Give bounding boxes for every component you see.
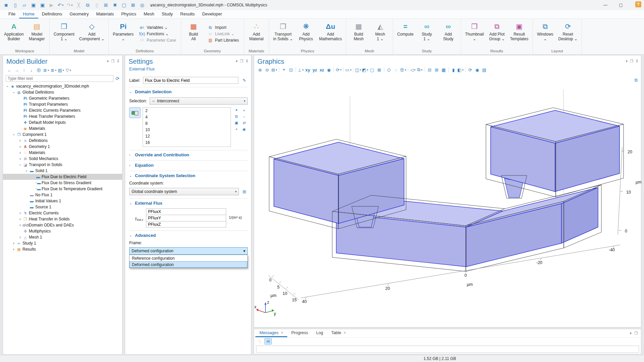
dock-tab[interactable]: Messages ×	[255, 329, 287, 337]
tree-item[interactable]: ▬ Initial Values 1	[3, 198, 122, 204]
find-icon[interactable]: ◎	[138, 1, 146, 9]
view-unhide-icon[interactable]: ⦿	[400, 66, 406, 73]
zoom-out-icon[interactable]: ⊖	[264, 66, 270, 73]
add-study-button[interactable]: ∞ Add Study	[438, 20, 459, 48]
tree-item[interactable]: ▬ Flux Due to Stress Gradient	[3, 180, 122, 186]
frame-option[interactable]: Deformed configuration	[130, 261, 247, 268]
tree-item[interactable]: ⊞ Solid Mechanics	[3, 156, 122, 162]
pin-panel-icon[interactable]: ⊼	[246, 59, 248, 63]
tree-item[interactable]: d/dt Domain ODEs and DAEs	[3, 222, 122, 228]
tree-item[interactable]: ❖ Default Model Inputs	[3, 119, 122, 125]
menu-tab[interactable]: File	[5, 10, 19, 18]
parameters-button[interactable]: Pi Parameters ⌄	[111, 20, 136, 48]
tree-expander-icon[interactable]	[11, 133, 16, 137]
tree-expander-icon[interactable]	[5, 85, 10, 88]
tree-expander-icon[interactable]	[18, 144, 22, 149]
move-up-icon[interactable]: ↑	[20, 67, 28, 73]
tree-expander-icon[interactable]	[18, 138, 22, 143]
remove-from-selection-icon[interactable]: −	[241, 114, 248, 119]
part-libraries-button[interactable]: ▥ Part Libraries	[206, 38, 240, 43]
tree-expander-icon[interactable]	[11, 247, 16, 252]
tree-item[interactable]: ✣ Multiphysics	[3, 228, 122, 234]
go-to-default-view-icon[interactable]: ⌖	[281, 66, 287, 73]
section-advanced[interactable]: ⌄ Advanced	[129, 230, 248, 238]
menu-tab[interactable]: Mesh	[140, 10, 158, 18]
section-coordinate-system[interactable]: ⌄ Coordinate System Selection	[129, 171, 248, 178]
menu-tab[interactable]: Materials	[92, 10, 117, 18]
dock-tab[interactable]: Log ×	[312, 329, 327, 337]
move-down-icon[interactable]: ↓	[28, 67, 35, 73]
add-physics-button[interactable]: ❋ Add Physics	[296, 20, 316, 48]
appearance-icon[interactable]: ▭	[345, 66, 352, 73]
menu-tab[interactable]: Home	[19, 10, 38, 18]
deactivate-selection-icon[interactable]: ◉	[241, 126, 248, 132]
show-icon[interactable]: ⦿	[35, 67, 42, 73]
label-input[interactable]	[143, 77, 238, 84]
close-tab-icon[interactable]: ×	[281, 330, 283, 335]
axis-orientation-icon[interactable]: ⊥	[297, 66, 304, 73]
messages-output[interactable]	[256, 346, 639, 353]
run-icon[interactable]: ▶	[47, 1, 56, 9]
domain-list-item[interactable]: 8	[143, 120, 231, 127]
add-component-button[interactable]: ◇ Add Component ⌄	[77, 20, 106, 48]
float-panel-icon[interactable]: ❐	[634, 331, 638, 335]
selection-wand-icon[interactable]: ✦	[233, 107, 240, 113]
tree-item[interactable]: Pi Transport Parameters	[3, 101, 122, 107]
scene-update-icon[interactable]: ⟳	[467, 66, 474, 73]
tree-item[interactable]: ◈ vacancy_electromigration_3Dmodel.mph	[3, 83, 122, 89]
section-equation[interactable]: › Equation	[129, 160, 248, 168]
tile-views-icon[interactable]: ▦	[440, 66, 447, 73]
frame-dropdown[interactable]: Deformed configuration ▾	[129, 247, 248, 255]
functions-button[interactable]: f(x) Functions ⌄	[138, 31, 177, 37]
image-effects-icon[interactable]: ◫	[355, 66, 361, 73]
delete-icon[interactable]: ✖	[111, 1, 119, 9]
tree-item[interactable]: ◍ Global Definitions	[3, 89, 122, 95]
pin-panel-icon[interactable]: ⊼	[117, 59, 119, 63]
tree-expander-icon[interactable]	[18, 150, 22, 155]
tree-item[interactable]: A Geometry 1	[3, 144, 122, 150]
clear-selection-icon[interactable]: ⊠	[129, 1, 137, 9]
tree-item[interactable]: ▬ Source 1	[3, 204, 122, 210]
tree-item[interactable]: Pi Heat Transfer Parameters	[3, 113, 122, 119]
tree-expander-icon[interactable]	[24, 169, 29, 173]
panel-menu-icon[interactable]: ▾	[630, 331, 632, 335]
tree-expander-icon[interactable]	[18, 163, 22, 167]
3d-scene[interactable]: 20 10 0 µm 40 20 0 -20 -40 µm 0 5 10 15 …	[254, 76, 641, 327]
float-panel-icon[interactable]: ❐	[240, 59, 243, 63]
snapshot-icon[interactable]: ◉	[474, 66, 481, 73]
panel-menu-icon[interactable]: ▾	[626, 59, 628, 63]
zoom-to-selection-icon[interactable]: ⌖	[233, 126, 240, 132]
section-domain-selection[interactable]: ⌄ Domain Selection	[129, 87, 248, 94]
sound-icon[interactable]: ◁	[409, 66, 416, 73]
model-tree-filter-icon[interactable]: ▽	[65, 67, 72, 73]
close-tab-icon[interactable]: ×	[344, 330, 346, 335]
minimize-button[interactable]: —	[598, 0, 613, 10]
view-xy-plane-icon[interactable]: xy	[304, 66, 311, 73]
livelink-button[interactable]: ⇄ LiveLink ⌄	[206, 31, 240, 37]
reset-desktop-button[interactable]: ⟳ Reset Desktop ⌄	[556, 20, 580, 48]
pin-panel-icon[interactable]: ⊼	[636, 59, 638, 63]
split-horizontal-icon[interactable]: ⊟	[426, 66, 433, 73]
tree-expander-icon[interactable]	[18, 235, 22, 240]
expand-tree-icon[interactable]: ≣	[43, 67, 50, 73]
section-external-flux[interactable]: ⌄ External Flux	[129, 198, 248, 206]
maximize-button[interactable]: ▢	[613, 0, 629, 10]
rotate-view-icon[interactable]: ⟳	[335, 66, 342, 73]
tree-item[interactable]: △ Mesh 1	[3, 234, 122, 240]
paste-icon[interactable]: ▯	[93, 1, 101, 9]
tree-item[interactable]: ◪ Transport in Solids	[3, 162, 122, 168]
tree-item[interactable]: ▬ No Flux 1	[3, 192, 122, 198]
menu-tab[interactable]: Developer	[198, 10, 226, 18]
tree-item[interactable]: ∷ Materials	[3, 150, 122, 156]
menu-tab[interactable]: Definitions	[38, 10, 66, 18]
open-messages-window-icon[interactable]: ✉	[264, 338, 272, 345]
section-override[interactable]: › Override and Contribution	[129, 150, 248, 157]
cut-icon[interactable]: ╳	[75, 1, 83, 9]
swap-selection-icon[interactable]: ⇄	[241, 120, 248, 126]
menu-tab[interactable]: Geometry	[66, 10, 92, 18]
build-mesh-button[interactable]: ▦ Build Mesh	[348, 20, 369, 48]
float-panel-icon[interactable]: ❐	[111, 59, 114, 63]
save-icon[interactable]: ▣	[29, 1, 38, 9]
graphics-canvas[interactable]: 20 10 0 µm 40 20 0 -20 -40 µm 0 5 10 15 …	[254, 76, 641, 327]
selection-dropdown[interactable]: ∾ Interconnect ▾	[150, 97, 248, 105]
